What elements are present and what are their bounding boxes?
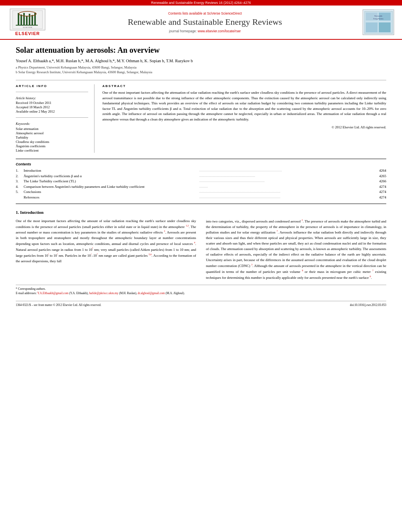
contents-title: Contents — [16, 162, 386, 166]
contents-item-2: 2.Ångström's turbidity coefficients β an… — [16, 174, 386, 179]
footer-doi: doi:10.1016/j.rser.2012.03.053 — [350, 303, 386, 307]
keyword-1: Solar attenuation — [16, 127, 88, 131]
contents-page: 4274 — [372, 189, 386, 195]
contents-page: 4264 — [372, 168, 386, 173]
contents-dots: ........................................… — [199, 195, 372, 200]
abstract-panel: ABSTRACT One of the most important facto… — [102, 84, 386, 153]
svg-text:ELSEVIER: ELSEVIER — [23, 26, 32, 28]
journal-issue-ref: Renewable and Sustainable Energy Reviews… — [151, 1, 251, 5]
contents-page: 4265 — [372, 174, 386, 179]
article-info-panel: ARTICLE INFO Article history: Received 1… — [16, 84, 94, 153]
contents-page: 4274 — [372, 184, 386, 189]
contents-text: The Linke Turbidity coefficient (TL) — [24, 179, 199, 184]
separator-1 — [16, 80, 386, 80]
copyright-line: © 2012 Elsevier Ltd. All rights reserved… — [102, 125, 386, 129]
available-date: Available online 2 May 2012 — [16, 109, 88, 113]
keyword-3: Turbidity — [16, 135, 88, 139]
page: Renewable and Sustainable Energy Reviews… — [0, 0, 402, 532]
svg-rect-5 — [29, 14, 30, 25]
section1-heading: 1. Introduction — [16, 210, 386, 215]
journal-center: Contents lists available at SciVerse Sci… — [47, 11, 363, 33]
contents-item-5: 5.Conclusions...........................… — [16, 189, 386, 195]
contents-item-4: 4.Comparison between Ångström's turbidit… — [16, 184, 386, 189]
svg-rect-6 — [31, 15, 33, 25]
accepted-date: Accepted 18 March 2012 — [16, 105, 88, 109]
info-sep — [16, 92, 88, 92]
contents-page: 4274 — [372, 195, 386, 200]
corresponding-authors-note: * Corresponding authors. — [16, 287, 386, 291]
svg-rect-8 — [16, 25, 38, 26]
keyword-5: Ångström coefficients — [16, 144, 88, 148]
elsevier-banner: ELSEVIER ELSEVIER Contents lists availab… — [0, 6, 402, 40]
keywords-panel: Keywords: Solar attenuation Atmospheric … — [16, 122, 88, 152]
contents-dots: ........................................… — [199, 189, 372, 195]
journal-title: Renewable and Sustainable Energy Reviews — [55, 17, 355, 27]
journal-cover-image: Renewable Energy Reviews — [363, 9, 394, 35]
contents-section: Contents 1.Introduction.................… — [16, 159, 386, 204]
contents-text: Comparison between Ångström's turbidity … — [24, 184, 199, 189]
contents-num: 3. — [16, 179, 24, 184]
body-col-right-text: into two categories, viz., dispersed aer… — [206, 219, 386, 281]
authors-line: Yousef A. Eltbaakh a,*, M.H. Ruslan b,*,… — [16, 59, 386, 63]
svg-rect-1 — [18, 13, 19, 25]
contents-num — [16, 195, 24, 200]
svg-rect-3 — [23, 13, 25, 25]
article-history: Article history: Received 19 October 201… — [16, 96, 88, 113]
keyword-6: Linke coefficient — [16, 148, 88, 152]
contents-item-3: 3.The Linke Turbidity coefficient (TL)..… — [16, 179, 386, 184]
elsevier-logo-image: ELSEVIER — [10, 9, 45, 30]
contents-num: 4. — [16, 184, 24, 189]
affiliation-a: a Physics Department, Universiti Kebangs… — [16, 65, 386, 69]
svg-rect-15 — [366, 22, 378, 32]
email1-link[interactable]: Y.A.Eltbaakh@gmail.com — [37, 291, 69, 295]
contents-num: 1. — [16, 168, 24, 173]
footnote-section: * Corresponding authors. E-mail addresse… — [16, 285, 386, 295]
email2-link[interactable]: hafide@pkriscc.ukm.my — [89, 291, 119, 295]
contents-dots: ........................................… — [199, 168, 372, 173]
contents-text: Conclusions — [24, 189, 199, 195]
article-info-label: ARTICLE INFO — [16, 84, 88, 88]
contents-list: 1.Introduction..........................… — [16, 168, 386, 200]
svg-text:Energy Reviews: Energy Reviews — [373, 18, 383, 20]
footer-bar: 1364-0321/$ – see front matter © 2012 El… — [16, 301, 386, 307]
article-info-abstract: ARTICLE INFO Article history: Received 1… — [16, 84, 386, 153]
body-col-left-text: One of the most important factors affect… — [16, 219, 196, 265]
contents-text: Ångström's turbidity coefficients β and … — [24, 174, 199, 179]
article-title: Solar attenuation by aerosols: An overvi… — [16, 46, 386, 55]
svg-rect-16 — [379, 22, 391, 32]
elsevier-wordmark: ELSEVIER — [15, 31, 40, 36]
svg-rect-2 — [20, 15, 22, 25]
email-footnote: E-mail addresses: Y.A.Eltbaakh@gmail.com… — [16, 291, 386, 295]
keywords-label: Keywords: — [16, 122, 88, 126]
main-content: Solar attenuation by aerosols: An overvi… — [0, 40, 402, 313]
contents-text: Introduction — [24, 168, 199, 173]
keyword-4: Cloudless sky conditions — [16, 140, 88, 144]
contents-dots: ........... — [199, 184, 372, 189]
journal-header-bar: Renewable and Sustainable Energy Reviews… — [0, 0, 402, 6]
history-label: Article history: — [16, 96, 88, 100]
svg-rect-4 — [26, 16, 28, 25]
contents-item-6: References..............................… — [16, 195, 386, 200]
journal-url[interactable]: www.elsevier.com/locate/rser — [198, 29, 241, 33]
contents-dots: ........................................… — [199, 179, 372, 184]
footer-issn: 1364-0321/$ – see front matter © 2012 El… — [16, 303, 101, 307]
svg-text:Renewable: Renewable — [374, 15, 382, 17]
contents-num: 5. — [16, 189, 24, 195]
contents-num: 2. — [16, 174, 24, 179]
email3-link[interactable]: dr.alghoul@gmail.com — [138, 291, 165, 295]
keyword-2: Atmospheric aerosol — [16, 131, 88, 135]
elsevier-logo: ELSEVIER ELSEVIER — [8, 9, 47, 36]
contents-page: 4266 — [372, 179, 386, 184]
abstract-label: ABSTRACT — [102, 84, 386, 88]
abstract-text: One of the most important factors affect… — [102, 90, 386, 122]
body-col-left: One of the most important factors affect… — [16, 219, 196, 281]
authors-text: Yousef A. Eltbaakh a,*, M.H. Ruslan b,*,… — [16, 59, 193, 63]
received-date: Received 19 October 2011 — [16, 101, 88, 105]
journal-homepage: journal homepage: www.elsevier.com/locat… — [55, 29, 355, 33]
keywords-sep — [16, 117, 88, 118]
body-two-col: One of the most important factors affect… — [16, 219, 386, 281]
sciverse-link[interactable]: SciVerse ScienceDirect — [207, 11, 242, 15]
affiliations: a Physics Department, Universiti Kebangs… — [16, 65, 386, 74]
body-col-right: into two categories, viz., dispersed aer… — [206, 219, 386, 281]
contents-availability: Contents lists available at SciVerse Sci… — [55, 11, 355, 15]
